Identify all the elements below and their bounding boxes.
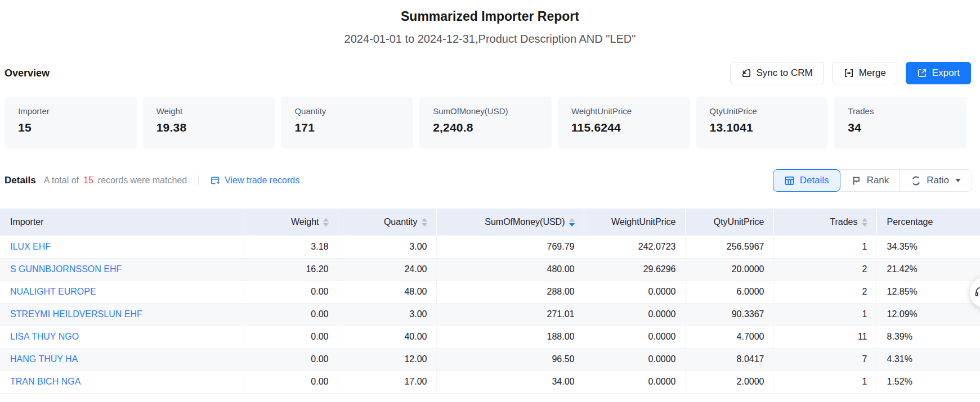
stat-label: Weight [156,106,270,116]
importer-link[interactable]: NUALIGHT EUROPE [10,287,96,296]
sort-icon[interactable] [862,218,867,227]
cell-quantity: 48.00 [338,281,436,303]
importer-link[interactable]: TRAN BICH NGA [10,377,80,386]
tab-ratio[interactable]: Ratio [900,170,972,191]
importer-link[interactable]: LISA THUY NGO [10,332,79,341]
cell-quantity: 17.00 [338,371,436,393]
importer-link[interactable]: ILUX EHF [10,242,51,251]
cell-weight: 0.00 [244,371,338,393]
cell-weightunitprice: 0.0000 [584,348,685,371]
cell-qtyunitprice: 20.0000 [685,258,773,281]
importer-cell: STREYMI HEILDVERSLUN EHF [0,303,244,326]
stat-label: Trades [848,106,961,116]
column-header-weight[interactable]: Weight [244,209,338,236]
tab-rank[interactable]: Rank [840,170,900,191]
cell-quantity: 40.00 [338,326,436,348]
vertical-divider [198,175,199,186]
table-body: ILUX EHF3.183.00769.79242.0723256.596713… [0,236,980,393]
table-row: S GUNNBJORNSSON EHF16.2024.00480.0029.62… [0,258,980,281]
view-trade-records-link[interactable]: View trade records [210,175,299,186]
importer-link[interactable]: S GUNNBJORNSSON EHF [10,264,122,274]
table-row: STREYMI HEILDVERSLUN EHF0.003.00271.010.… [0,303,980,326]
stat-label: QtyUnitPrice [710,106,823,116]
column-header-quantity[interactable]: Quantity [338,209,436,236]
details-bar: Details A total of 15 records were match… [5,169,972,192]
stat-value: 13.1041 [710,121,823,134]
cell-percentage: 8.39% [876,326,980,348]
sort-icon[interactable] [422,218,427,227]
column-header-sumofmoney-usd[interactable]: SumOfMoney(USD) [436,209,584,236]
cell-weight: 0.00 [244,326,338,348]
column-label: SumOfMoney(USD) [485,217,565,227]
column-label: QtyUnitPrice [714,217,764,227]
importer-link[interactable]: STREYMI HEILDVERSLUN EHF [10,309,142,319]
cell-qtyunitprice: 8.0417 [685,348,773,371]
importer-cell: S GUNNBJORNSSON EHF [0,258,244,281]
page-header: Summarized Importer Report 2024-01-01 to… [0,0,980,47]
cell-percentage: 1.52% [876,371,980,393]
sync-to-crm-label: Sync to CRM [757,67,813,79]
cell-weightunitprice: 242.0723 [584,236,685,258]
stat-label: SumOfMoney(USD) [433,106,546,116]
cell-percentage: 21.42% [876,258,980,281]
stat-label: WeightUnitPrice [571,106,684,116]
stat-card-weight: Weight19.38 [143,97,275,148]
stat-value: 19.38 [156,121,270,134]
overview-stats: Importer15Weight19.38Quantity171SumOfMon… [5,97,966,148]
cell-sumofmoney-usd: 188.00 [436,326,584,348]
rank-flag-icon [851,175,862,186]
table-row: NUALIGHT EUROPE0.0048.00288.000.00006.00… [0,281,980,303]
stat-value: 171 [294,121,408,134]
details-heading: Details [5,175,36,186]
cell-weight: 0.00 [244,348,338,371]
stat-label: Quantity [294,106,408,116]
importer-cell: NUALIGHT EUROPE [0,281,244,303]
column-header-trades[interactable]: Trades [773,209,876,236]
stat-label: Importer [18,106,131,116]
cell-quantity: 3.00 [338,303,436,326]
cell-trades: 1 [773,303,876,326]
stat-card-importer: Importer15 [5,97,137,148]
cell-qtyunitprice: 6.0000 [685,281,773,303]
export-button[interactable]: Export [906,62,971,84]
cell-qtyunitprice: 256.5967 [685,236,773,258]
sort-icon[interactable] [323,218,329,227]
column-header-importer: Importer [0,209,244,236]
cell-qtyunitprice: 2.0000 [685,371,773,393]
merge-button[interactable]: Merge [833,62,897,84]
importer-link[interactable]: HANG THUY HA [10,354,78,364]
sort-icon[interactable] [569,218,575,227]
cell-sumofmoney-usd: 34.00 [436,371,584,393]
column-label: Importer [10,217,44,227]
stat-value: 15 [18,121,131,134]
table-row: TRAN BICH NGA0.0017.0034.000.00002.00001… [0,371,980,393]
merge-label: Merge [859,67,886,79]
ratio-circle-icon [911,175,921,186]
view-switcher: DetailsRankRatio [773,169,972,192]
stat-value: 2,240.8 [433,121,546,134]
cell-sumofmoney-usd: 288.00 [436,281,584,303]
sync-icon [741,68,751,78]
stat-value: 115.6244 [571,121,684,134]
overview-toolbar: Overview Sync to CRM Merge Export [5,62,971,84]
stat-card-trades: Trades34 [834,97,966,148]
table-header-row: ImporterWeightQuantitySumOfMoney(USD)Wei… [0,209,980,236]
tab-label: Rank [867,175,889,186]
cell-quantity: 3.00 [338,236,436,258]
match-prefix: A total of [44,175,79,186]
table-row: HANG THUY HA0.0012.0096.500.00008.041774… [0,348,980,371]
cell-sumofmoney-usd: 271.01 [436,303,584,326]
tab-label: Details [800,175,829,186]
cell-trades: 2 [773,258,876,281]
tab-details[interactable]: Details [773,169,840,192]
cell-sumofmoney-usd: 480.00 [436,258,584,281]
sync-to-crm-button[interactable]: Sync to CRM [730,62,824,84]
cell-trades: 1 [773,371,876,393]
match-suffix: records were matched [98,175,187,186]
export-icon [917,68,927,78]
cell-weight: 3.18 [244,236,338,258]
importer-cell: HANG THUY HA [0,348,244,371]
cell-percentage: 34.35% [876,236,980,258]
column-header-weightunitprice: WeightUnitPrice [584,209,685,236]
cell-qtyunitprice: 90.3367 [685,303,773,326]
